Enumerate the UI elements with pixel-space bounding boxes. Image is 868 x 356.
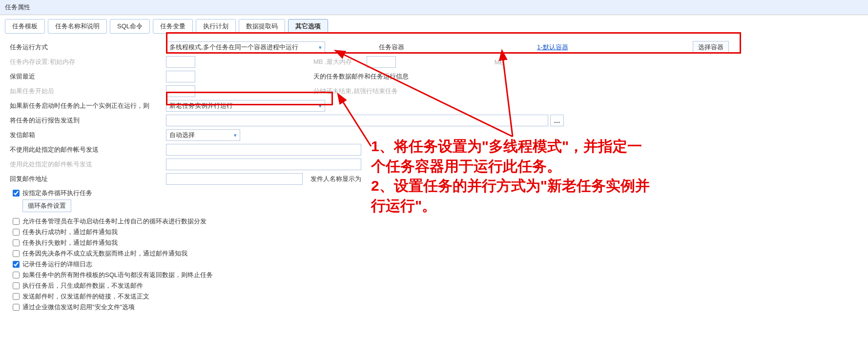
keep-suffix: 天的任务数据邮件和任务运行信息 <box>313 72 409 81</box>
concurrent-value: 新老任务实例并行运行 <box>169 101 233 110</box>
tab-name-desc[interactable]: 任务名称和说明 <box>48 19 107 34</box>
mem-unit1: MB ,最大内存 <box>313 58 352 66</box>
max-memory-input[interactable] <box>367 56 396 68</box>
reply-input[interactable] <box>166 173 303 185</box>
sender-select[interactable]: 自动选择 ▾ <box>166 129 240 141</box>
checkbox-c6[interactable] <box>13 272 20 278</box>
timeout-input[interactable] <box>166 85 195 97</box>
select-container-button[interactable]: 选择容器 <box>693 41 729 54</box>
checkbox-loop[interactable] <box>13 190 20 197</box>
checkbox-c3[interactable] <box>13 239 20 246</box>
reply-label: 回复邮件地址 <box>10 175 166 183</box>
loop-condition-button[interactable]: 循环条件设置 <box>22 199 71 212</box>
checkbox-c1-row[interactable]: 允许任务管理员在手动启动任务时上传自己的循环表进行数据分发 <box>13 217 858 226</box>
checkbox-c9[interactable] <box>13 304 20 311</box>
tab-variables[interactable]: 任务变量 <box>153 19 193 34</box>
tab-schedule[interactable]: 执行计划 <box>196 19 236 34</box>
initial-memory-input[interactable] <box>166 56 195 68</box>
checkbox-c8-label: 发送邮件时，仅发送邮件的链接，不发送正文 <box>22 292 149 301</box>
nouse-input[interactable] <box>166 144 361 156</box>
checkbox-loop-row[interactable]: 按指定条件循环执行任务 <box>13 189 858 198</box>
checkbox-c6-label: 如果任务中的所有附件模板的SQL语句都没有返回数据，则终止任务 <box>22 271 213 279</box>
chevron-down-icon: ▾ <box>319 103 322 109</box>
checkbox-c9-row[interactable]: 通过企业微信发送时启用"安全文件"选项 <box>13 303 858 312</box>
panel-title: 任务属性 <box>0 0 868 15</box>
memory-label: 任务内存设置:初始内存 <box>10 58 166 66</box>
concurrent-label: 如果新任务启动时任务的上一个实例正在运行，则 <box>10 101 166 110</box>
checkbox-c2-row[interactable]: 任务执行成功时，通过邮件通知我 <box>13 228 858 237</box>
sendername-label: 发件人名称显示为 <box>310 175 361 183</box>
checkbox-c5[interactable] <box>13 261 20 268</box>
chevron-down-icon: ▾ <box>234 132 237 138</box>
report-label: 将任务的运行报告发送到 <box>10 116 166 125</box>
checkbox-c4[interactable] <box>13 250 20 257</box>
checkbox-c5-row[interactable]: 记录任务运行的详细日志 <box>13 260 858 269</box>
tab-other[interactable]: 其它选项 <box>288 19 328 34</box>
chevron-down-icon: ▾ <box>319 44 322 51</box>
keep-days-input[interactable] <box>166 71 195 82</box>
timeout-suffix: 分钟还未结束,就强行结束任务 <box>313 87 398 96</box>
sender-value: 自动选择 <box>169 131 195 139</box>
nouse-label: 不使用此处指定的邮件帐号发送 <box>10 145 166 154</box>
checkbox-c3-label: 任务执行失败时，通过邮件通知我 <box>22 238 118 247</box>
tab-extract[interactable]: 数据提取码 <box>239 19 285 34</box>
tab-template[interactable]: 任务模板 <box>5 19 45 34</box>
checkbox-c4-row[interactable]: 任务因先决条件不成立或无数据而终止时，通过邮件通知我 <box>13 249 858 258</box>
use-label: 使用此处指定的邮件帐号发送 <box>10 160 166 169</box>
run-mode-value: 多线程模式,多个任务在同一个容器进程中运行 <box>169 43 298 52</box>
tabs-bar: 任务模板 任务名称和说明 SQL命令 任务变量 执行计划 数据提取码 其它选项 <box>0 15 868 34</box>
checkbox-c2-label: 任务执行成功时，通过邮件通知我 <box>22 228 118 237</box>
use-input[interactable] <box>166 158 361 170</box>
checkbox-c3-row[interactable]: 任务执行失败时，通过邮件通知我 <box>13 238 858 247</box>
checkbox-c1[interactable] <box>13 218 20 225</box>
sender-label: 发信邮箱 <box>10 131 166 139</box>
checkbox-c5-label: 记录任务运行的详细日志 <box>22 260 92 269</box>
checkbox-c7-row[interactable]: 执行任务后，只生成邮件数据，不发送邮件 <box>13 281 858 290</box>
form-area: 任务运行方式 多线程模式,多个任务在同一个容器进程中运行 ▾ 任务容器 1-默认… <box>0 34 868 318</box>
run-mode-select[interactable]: 多线程模式,多个任务在同一个容器进程中运行 ▾ <box>166 41 325 53</box>
checkbox-c7-label: 执行任务后，只生成邮件数据，不发送邮件 <box>22 281 143 290</box>
container-link[interactable]: 1-默认容器 <box>537 43 568 51</box>
checkbox-loop-label: 按指定条件循环执行任务 <box>22 189 92 198</box>
keep-label: 保留最近 <box>10 72 166 81</box>
report-input[interactable] <box>166 115 548 126</box>
checkbox-c4-label: 任务因先决条件不成立或无数据而终止时，通过邮件通知我 <box>22 249 187 258</box>
report-browse-button[interactable]: … <box>550 115 564 126</box>
checkbox-c8[interactable] <box>13 293 20 300</box>
concurrent-select[interactable]: 新老任务实例并行运行 ▾ <box>166 100 325 112</box>
run-mode-label: 任务运行方式 <box>10 43 166 52</box>
mem-unit2: MB <box>495 59 504 66</box>
checkbox-c9-label: 通过企业微信发送时启用"安全文件"选项 <box>22 303 135 312</box>
checkbox-c8-row[interactable]: 发送邮件时，仅发送邮件的链接，不发送正文 <box>13 292 858 301</box>
timeout-label: 如果任务开始后 <box>10 87 166 96</box>
checkbox-c2[interactable] <box>13 229 20 236</box>
tab-sql[interactable]: SQL命令 <box>110 19 150 34</box>
checkbox-c1-label: 允许任务管理员在手动启动任务时上传自己的循环表进行数据分发 <box>22 217 207 226</box>
container-label: 任务容器 <box>379 43 525 52</box>
checkbox-c7[interactable] <box>13 282 20 289</box>
checkbox-c6-row[interactable]: 如果任务中的所有附件模板的SQL语句都没有返回数据，则终止任务 <box>13 271 858 279</box>
